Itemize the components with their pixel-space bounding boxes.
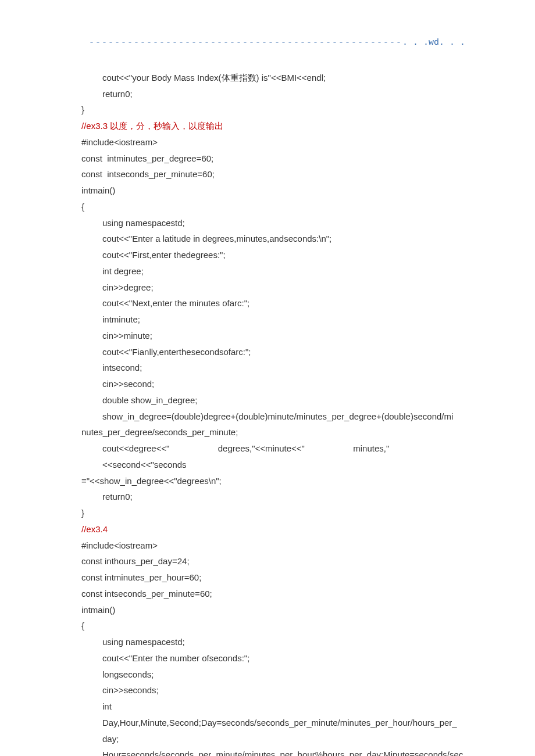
code-line: } (81, 505, 465, 521)
code-line: using namespacestd; (81, 634, 465, 650)
code-line: cin>>degree; (81, 280, 465, 296)
code-line: #include<iostream> (81, 538, 465, 554)
code-line: int (81, 698, 465, 715)
code-line-wrap: ="<<show_in_degree<<"degrees\n"; (81, 473, 465, 489)
code-line: cout<<"Next,enter the minutes ofarc:"; (81, 295, 465, 311)
code-comment: //ex3.3 以度，分，秒输入，以度输出 (81, 118, 465, 134)
page-header: ----------------------------------------… (0, 35, 535, 51)
code-line: cin>>second; (81, 376, 465, 392)
code-line: #include<iostream> (81, 134, 465, 151)
code-line: cout<<"Enter a latitude in degrees,minut… (81, 231, 465, 247)
code-line-wrap: day; (81, 731, 465, 747)
code-line: cout<<"your Body Mass Index(体重指数) is"<<B… (81, 70, 465, 86)
code-line: const intseconds_per_minute=60; (81, 166, 465, 182)
code-line: cin>>minute; (81, 328, 465, 344)
header-wd: . . .wd. . . (402, 38, 465, 48)
code-line: cout<<"Fianlly,enterthesecondsofarc:"; (81, 344, 465, 360)
code-line: const intseconds_per_minute=60; (81, 586, 465, 602)
code-line: show_in_degree=(double)degree+(double)mi… (81, 409, 465, 425)
code-line: const intminutes_per_hour=60; (81, 569, 465, 586)
code-line: Day,Hour,Minute,Second;Day=seconds/secon… (81, 715, 465, 731)
code-comment: //ex3.4 (81, 521, 465, 538)
code-line: cin>>seconds; (81, 682, 465, 698)
code-line: } (81, 102, 465, 118)
code-line: return0; (81, 86, 465, 102)
code-line: return0; (81, 489, 465, 505)
code-line: cout<<"Enter the number ofseconds:"; (81, 650, 465, 667)
code-line: const inthours_per_day=24; (81, 553, 465, 569)
code-line: int degree; (81, 263, 465, 280)
code-line: { (81, 199, 465, 215)
code-body: cout<<"your Body Mass Index(体重指数) is"<<B… (0, 70, 535, 756)
code-line: intmain() (81, 602, 465, 618)
code-line: cout<<"First,enter thedegrees:"; (81, 247, 465, 263)
code-line: longseconds; (81, 667, 465, 683)
header-dashes: ----------------------------------------… (89, 38, 402, 48)
code-line: const intminutes_per_degree=60; (81, 151, 465, 167)
code-line: intsecond; (81, 360, 465, 376)
code-line: cout<<degree<<" degrees,"<<minute<<" min… (81, 440, 465, 473)
code-line: double show_in_degree; (81, 392, 465, 409)
code-line-wrap: nutes_per_degree/seconds_per_minute; (81, 424, 465, 440)
code-line: intmain() (81, 182, 465, 199)
code-line: { (81, 618, 465, 634)
code-line: using namespacestd; (81, 215, 465, 231)
code-line: Hour=seconds/seconds_per_minute/minutes_… (81, 747, 465, 756)
code-line: intminute; (81, 311, 465, 328)
